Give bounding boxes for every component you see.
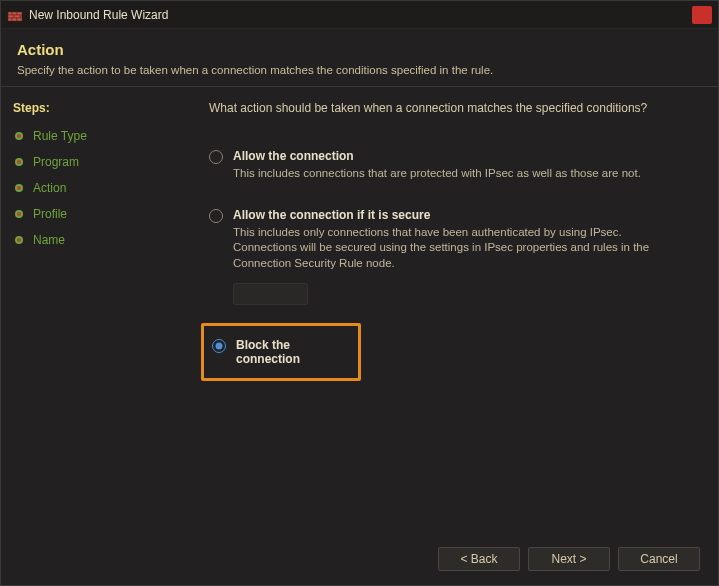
titlebar: New Inbound Rule Wizard xyxy=(1,1,718,29)
option-body: Block the connection xyxy=(236,338,350,366)
option-allow-connection[interactable]: Allow the connection This includes conne… xyxy=(201,145,702,186)
step-name[interactable]: Name xyxy=(11,229,181,251)
customize-button-disabled xyxy=(233,283,308,305)
step-action[interactable]: Action xyxy=(11,177,181,199)
svg-rect-7 xyxy=(12,18,17,21)
steps-sidebar: Steps: Rule Type Program Action xyxy=(11,101,191,533)
svg-point-10 xyxy=(17,134,21,138)
radio-icon xyxy=(209,150,223,164)
svg-rect-4 xyxy=(8,15,14,18)
option-body: Allow the connection This includes conne… xyxy=(233,149,694,182)
step-bullet-icon xyxy=(13,208,25,220)
step-bullet-icon xyxy=(13,130,25,142)
cancel-button[interactable]: Cancel xyxy=(618,547,700,571)
svg-point-12 xyxy=(17,160,21,164)
step-label: Action xyxy=(33,181,66,195)
svg-rect-1 xyxy=(8,12,12,15)
option-label: Allow the connection xyxy=(233,149,694,163)
svg-point-16 xyxy=(17,212,21,216)
option-label: Block the connection xyxy=(236,338,350,366)
option-label: Allow the connection if it is secure xyxy=(233,208,694,222)
close-button[interactable] xyxy=(692,6,712,24)
svg-rect-2 xyxy=(12,12,17,15)
radio-icon xyxy=(212,339,226,353)
option-body: Allow the connection if it is secure Thi… xyxy=(233,208,694,272)
step-bullet-icon xyxy=(13,156,25,168)
svg-rect-3 xyxy=(17,12,22,15)
step-program[interactable]: Program xyxy=(11,151,181,173)
steps-heading: Steps: xyxy=(11,101,181,115)
step-bullet-icon xyxy=(13,234,25,246)
step-profile[interactable]: Profile xyxy=(11,203,181,225)
back-button[interactable]: < Back xyxy=(438,547,520,571)
svg-point-14 xyxy=(17,186,21,190)
page-header: Action Specify the action to be taken wh… xyxy=(1,29,718,87)
svg-rect-8 xyxy=(17,18,22,21)
step-bullet-icon xyxy=(13,182,25,194)
svg-rect-6 xyxy=(8,18,12,21)
next-button[interactable]: Next > xyxy=(528,547,610,571)
option-block-connection[interactable]: Block the connection xyxy=(201,323,361,381)
svg-rect-5 xyxy=(14,15,20,18)
option-description: This includes only connections that have… xyxy=(233,225,694,272)
content-area: What action should be taken when a conne… xyxy=(191,101,702,533)
step-label: Profile xyxy=(33,207,67,221)
wizard-window: New Inbound Rule Wizard Action Specify t… xyxy=(0,0,719,586)
wizard-body: Steps: Rule Type Program Action xyxy=(1,87,718,533)
firewall-icon xyxy=(7,7,23,23)
wizard-footer: < Back Next > Cancel xyxy=(1,533,718,585)
action-question: What action should be taken when a conne… xyxy=(201,101,702,115)
step-label: Rule Type xyxy=(33,129,87,143)
svg-point-18 xyxy=(17,238,21,242)
page-title: Action xyxy=(17,41,702,58)
step-label: Program xyxy=(33,155,79,169)
step-label: Name xyxy=(33,233,65,247)
radio-icon xyxy=(209,209,223,223)
window-title: New Inbound Rule Wizard xyxy=(29,8,692,22)
option-allow-secure[interactable]: Allow the connection if it is secure Thi… xyxy=(201,204,702,276)
page-subtitle: Specify the action to be taken when a co… xyxy=(17,64,702,76)
option-description: This includes connections that are prote… xyxy=(233,166,694,182)
step-rule-type[interactable]: Rule Type xyxy=(11,125,181,147)
